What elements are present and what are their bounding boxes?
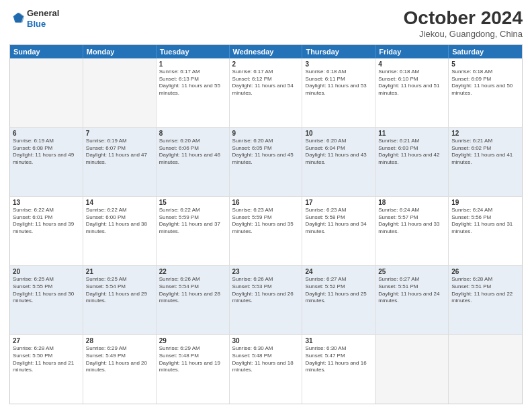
cell-info: Sunrise: 6:20 AMSunset: 6:06 PMDaylight:…	[159, 138, 226, 167]
cell-day-number: 4	[378, 60, 445, 68]
cell-day-number: 10	[305, 130, 372, 137]
calendar-cell: 16Sunrise: 6:23 AMSunset: 5:59 PMDayligh…	[230, 197, 303, 265]
cell-day-number: 12	[451, 130, 519, 137]
cell-info: Sunrise: 6:23 AMSunset: 5:58 PMDaylight:…	[305, 207, 372, 236]
calendar-cell: 22Sunrise: 6:26 AMSunset: 5:54 PMDayligh…	[157, 266, 230, 334]
cell-day-number: 26	[451, 268, 519, 275]
calendar-body: 1Sunrise: 6:17 AMSunset: 6:13 PMDaylight…	[10, 58, 522, 404]
svg-marker-1	[15, 12, 25, 22]
cell-info: Sunrise: 6:27 AMSunset: 5:52 PMDaylight:…	[305, 276, 372, 305]
cell-day-number: 14	[86, 199, 153, 206]
cell-info: Sunrise: 6:23 AMSunset: 5:59 PMDaylight:…	[232, 207, 300, 236]
cell-info: Sunrise: 6:19 AMSunset: 6:08 PMDaylight:…	[13, 138, 80, 167]
cell-day-number: 13	[13, 199, 80, 206]
calendar-header-cell: Saturday	[449, 45, 522, 58]
calendar-cell: 12Sunrise: 6:21 AMSunset: 6:02 PMDayligh…	[449, 128, 522, 196]
logo: General Blue	[9, 8, 59, 29]
calendar-cell: 20Sunrise: 6:25 AMSunset: 5:55 PMDayligh…	[10, 266, 83, 334]
cell-day-number: 7	[86, 130, 153, 137]
calendar-header-cell: Wednesday	[230, 45, 303, 58]
page: General Blue October 2024 Jiekou, Guangd…	[0, 0, 532, 411]
cell-info: Sunrise: 6:20 AMSunset: 6:05 PMDaylight:…	[232, 138, 300, 167]
cell-day-number: 8	[159, 130, 226, 137]
calendar-header-cell: Tuesday	[157, 45, 230, 58]
calendar-cell: 18Sunrise: 6:24 AMSunset: 5:57 PMDayligh…	[375, 197, 449, 265]
calendar-cell: 6Sunrise: 6:19 AMSunset: 6:08 PMDaylight…	[10, 128, 83, 196]
cell-info: Sunrise: 6:29 AMSunset: 5:49 PMDaylight:…	[86, 345, 153, 374]
location: Jiekou, Guangdong, China	[404, 29, 523, 39]
calendar-cell: 5Sunrise: 6:18 AMSunset: 6:09 PMDaylight…	[449, 58, 522, 127]
cell-info: Sunrise: 6:28 AMSunset: 5:51 PMDaylight:…	[451, 276, 519, 305]
cell-info: Sunrise: 6:19 AMSunset: 6:07 PMDaylight:…	[86, 138, 153, 167]
calendar-cell: 27Sunrise: 6:28 AMSunset: 5:50 PMDayligh…	[10, 335, 83, 404]
calendar-header-cell: Thursday	[302, 45, 375, 58]
calendar-header-cell: Sunday	[10, 45, 83, 58]
calendar-cell: 17Sunrise: 6:23 AMSunset: 5:58 PMDayligh…	[302, 197, 375, 265]
cell-day-number: 30	[232, 337, 300, 345]
cell-info: Sunrise: 6:25 AMSunset: 5:54 PMDaylight:…	[86, 276, 153, 305]
calendar-cell: 24Sunrise: 6:27 AMSunset: 5:52 PMDayligh…	[302, 266, 375, 334]
cell-info: Sunrise: 6:22 AMSunset: 5:59 PMDaylight:…	[159, 207, 226, 236]
cell-info: Sunrise: 6:30 AMSunset: 5:48 PMDaylight:…	[232, 345, 300, 374]
calendar-cell: 7Sunrise: 6:19 AMSunset: 6:07 PMDaylight…	[83, 128, 157, 196]
calendar: SundayMondayTuesdayWednesdayThursdayFrid…	[9, 44, 523, 404]
cell-info: Sunrise: 6:21 AMSunset: 6:03 PMDaylight:…	[378, 138, 445, 167]
cell-info: Sunrise: 6:24 AMSunset: 5:57 PMDaylight:…	[378, 207, 445, 236]
calendar-cell: 10Sunrise: 6:20 AMSunset: 6:04 PMDayligh…	[302, 128, 375, 196]
calendar-row: 20Sunrise: 6:25 AMSunset: 5:55 PMDayligh…	[10, 265, 522, 334]
calendar-cell: 29Sunrise: 6:29 AMSunset: 5:48 PMDayligh…	[157, 335, 230, 404]
header: General Blue October 2024 Jiekou, Guangd…	[9, 8, 523, 39]
logo-text: General Blue	[27, 8, 59, 29]
calendar-cell: 8Sunrise: 6:20 AMSunset: 6:06 PMDaylight…	[157, 128, 230, 196]
cell-day-number: 24	[305, 268, 372, 275]
cell-info: Sunrise: 6:25 AMSunset: 5:55 PMDaylight:…	[13, 276, 80, 305]
cell-info: Sunrise: 6:29 AMSunset: 5:48 PMDaylight:…	[159, 345, 226, 374]
calendar-cell: 28Sunrise: 6:29 AMSunset: 5:49 PMDayligh…	[83, 335, 157, 404]
cell-day-number: 6	[13, 130, 80, 137]
cell-day-number: 31	[305, 337, 372, 345]
cell-info: Sunrise: 6:22 AMSunset: 6:01 PMDaylight:…	[13, 207, 80, 236]
calendar-cell: 11Sunrise: 6:21 AMSunset: 6:03 PMDayligh…	[375, 128, 449, 196]
cell-day-number: 9	[232, 130, 300, 137]
logo-icon	[11, 11, 26, 26]
cell-info: Sunrise: 6:28 AMSunset: 5:50 PMDaylight:…	[13, 345, 80, 374]
calendar-cell: 3Sunrise: 6:18 AMSunset: 6:11 PMDaylight…	[302, 58, 375, 127]
cell-info: Sunrise: 6:26 AMSunset: 5:53 PMDaylight:…	[232, 276, 300, 305]
calendar-cell: 30Sunrise: 6:30 AMSunset: 5:48 PMDayligh…	[230, 335, 303, 404]
cell-info: Sunrise: 6:21 AMSunset: 6:02 PMDaylight:…	[451, 138, 519, 167]
cell-info: Sunrise: 6:17 AMSunset: 6:13 PMDaylight:…	[159, 68, 226, 97]
cell-day-number: 18	[378, 199, 445, 206]
calendar-cell: 13Sunrise: 6:22 AMSunset: 6:01 PMDayligh…	[10, 197, 83, 265]
logo-general: General	[27, 8, 59, 18]
calendar-cell: 2Sunrise: 6:17 AMSunset: 6:12 PMDaylight…	[230, 58, 303, 127]
calendar-cell-empty	[375, 335, 449, 404]
cell-day-number: 22	[159, 268, 226, 275]
cell-day-number: 27	[13, 337, 80, 345]
cell-day-number: 2	[232, 60, 300, 68]
cell-day-number: 21	[86, 268, 153, 275]
cell-day-number: 11	[378, 130, 445, 137]
calendar-cell: 4Sunrise: 6:18 AMSunset: 6:10 PMDaylight…	[375, 58, 449, 127]
calendar-row: 1Sunrise: 6:17 AMSunset: 6:13 PMDaylight…	[10, 58, 522, 127]
cell-day-number: 29	[159, 337, 226, 345]
calendar-cell-empty	[10, 58, 83, 127]
calendar-cell: 31Sunrise: 6:30 AMSunset: 5:47 PMDayligh…	[302, 335, 375, 404]
calendar-cell: 15Sunrise: 6:22 AMSunset: 5:59 PMDayligh…	[157, 197, 230, 265]
cell-info: Sunrise: 6:18 AMSunset: 6:11 PMDaylight:…	[305, 68, 372, 97]
cell-info: Sunrise: 6:17 AMSunset: 6:12 PMDaylight:…	[232, 68, 300, 97]
cell-info: Sunrise: 6:18 AMSunset: 6:10 PMDaylight:…	[378, 68, 445, 97]
cell-day-number: 23	[232, 268, 300, 275]
title-block: October 2024 Jiekou, Guangdong, China	[404, 8, 523, 39]
cell-day-number: 25	[378, 268, 445, 275]
calendar-row: 6Sunrise: 6:19 AMSunset: 6:08 PMDaylight…	[10, 127, 522, 196]
cell-day-number: 17	[305, 199, 372, 206]
cell-info: Sunrise: 6:18 AMSunset: 6:09 PMDaylight:…	[451, 68, 519, 97]
calendar-header-cell: Friday	[375, 45, 449, 58]
calendar-row: 13Sunrise: 6:22 AMSunset: 6:01 PMDayligh…	[10, 196, 522, 265]
calendar-cell: 14Sunrise: 6:22 AMSunset: 6:00 PMDayligh…	[83, 197, 157, 265]
cell-day-number: 20	[13, 268, 80, 275]
calendar-cell-empty	[449, 335, 522, 404]
cell-day-number: 28	[86, 337, 153, 345]
calendar-cell: 1Sunrise: 6:17 AMSunset: 6:13 PMDaylight…	[157, 58, 230, 127]
month-title: October 2024	[404, 8, 523, 29]
